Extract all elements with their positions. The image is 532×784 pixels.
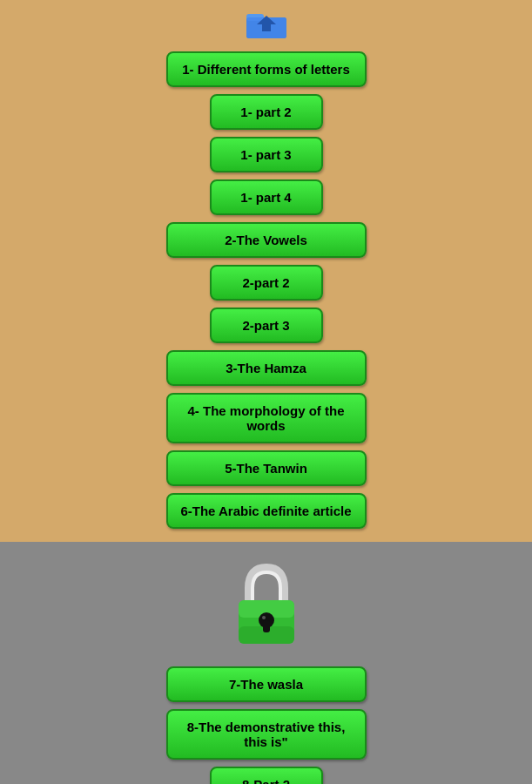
top-section: 1- Different forms of letters 1- part 2 …: [0, 0, 532, 542]
home-icon[interactable]: [245, 9, 288, 40]
svg-point-10: [262, 616, 266, 619]
btn-tanwin[interactable]: 5-The Tanwin: [166, 450, 367, 486]
btn-2-part2[interactable]: 2-part 2: [210, 265, 323, 301]
lock-container: [232, 555, 301, 659]
btn-demonstrative[interactable]: 8-The demonstrative this, this is": [166, 709, 367, 760]
svg-rect-4: [262, 24, 271, 31]
btn-definite-article[interactable]: 6-The Arabic definite article: [166, 493, 367, 529]
btn-2-part3[interactable]: 2-part 3: [210, 308, 323, 343]
btn-morphology[interactable]: 4- The morphology of the words: [166, 393, 367, 443]
btn-wasla[interactable]: 7-The wasla: [166, 666, 367, 702]
btn-vowels[interactable]: 2-The Vowels: [166, 222, 367, 258]
btn-different-forms[interactable]: 1- Different forms of letters: [166, 51, 367, 87]
lock-icon: [232, 564, 301, 651]
svg-rect-9: [263, 620, 270, 632]
bottom-section: 7-The wasla 8-The demonstrative this, th…: [0, 542, 532, 784]
btn-1-part3[interactable]: 1- part 3: [210, 137, 323, 172]
btn-1-part2[interactable]: 1- part 2: [210, 94, 323, 130]
btn-8-part2[interactable]: 8-Part 2: [210, 767, 323, 784]
btn-1-part4[interactable]: 1- part 4: [210, 179, 323, 215]
btn-hamza[interactable]: 3-The Hamza: [166, 350, 367, 386]
